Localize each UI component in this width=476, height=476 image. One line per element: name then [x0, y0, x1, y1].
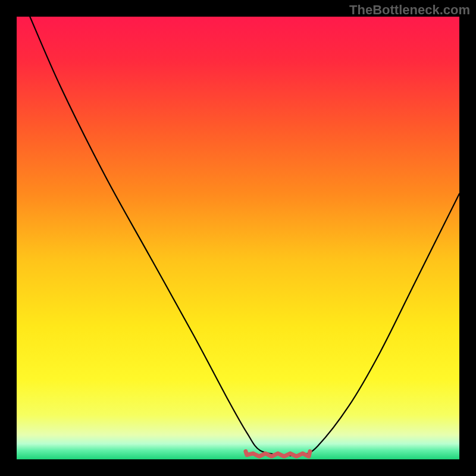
bottleneck-curve [30, 17, 459, 456]
flat-region-marker [246, 452, 310, 457]
curve-layer [17, 17, 459, 459]
watermark-text: TheBottleneck.com [349, 2, 470, 18]
chart-frame: TheBottleneck.com [0, 0, 476, 476]
